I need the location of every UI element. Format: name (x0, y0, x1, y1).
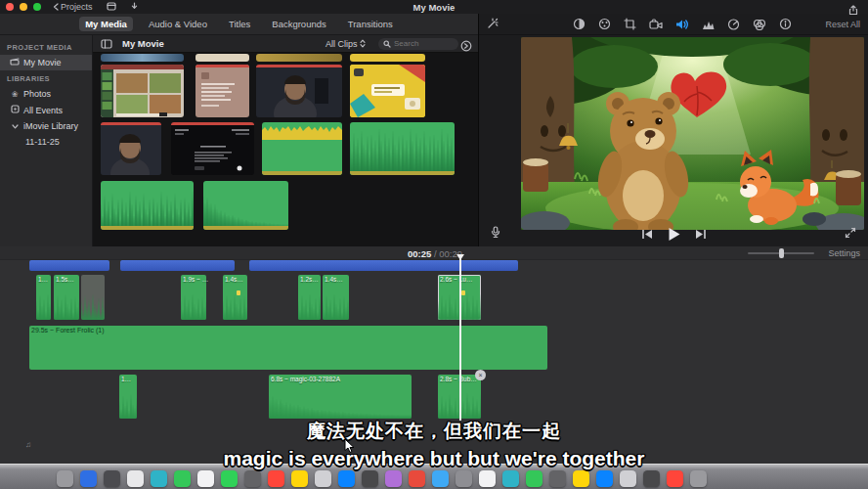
dock-app-icon[interactable] (643, 470, 660, 487)
enhance-wand-icon[interactable] (487, 16, 499, 33)
media-thumbnail-webcam[interactable] (256, 65, 342, 117)
imovie-window: Projects My Movie My Media Audio & Video… (0, 0, 868, 489)
sound-effect-clip[interactable]: 6.8s ~ magic-03-27882A (269, 375, 412, 419)
previous-frame-button[interactable] (641, 229, 653, 240)
dock-app-icon[interactable] (244, 470, 261, 487)
dock-app-icon[interactable] (104, 470, 120, 487)
media-thumbnail-app-screenshot[interactable] (101, 65, 184, 117)
media-thumbnail-partial[interactable] (256, 54, 342, 62)
workspace: My Media Audio & Video Titles Background… (0, 14, 868, 246)
filters-icon[interactable] (753, 19, 766, 30)
clip-label: 1.9s ~ … (183, 276, 208, 283)
audio-clip[interactable]: 1.9s ~ … (181, 275, 206, 320)
search-input[interactable] (394, 39, 453, 48)
tab-my-media[interactable]: My Media (79, 17, 133, 31)
audio-clip[interactable]: 1.2s… (298, 275, 321, 320)
media-thumbnail-partial[interactable] (195, 54, 249, 62)
search-field[interactable] (378, 38, 458, 50)
audio-clip[interactable]: 1.4s… (323, 275, 349, 320)
dock-app-icon[interactable] (57, 470, 73, 487)
sidebar-toggle-icon[interactable] (101, 35, 112, 53)
clip-badge-icon[interactable]: × (475, 370, 486, 380)
dock-app-icon[interactable] (362, 470, 378, 487)
stabilization-icon[interactable] (649, 19, 663, 30)
dock-app-icon[interactable] (291, 470, 308, 487)
audio-clip[interactable]: 1.4s… (223, 275, 247, 320)
dock-app-icon[interactable] (80, 470, 97, 487)
dock-app-icon[interactable] (502, 470, 519, 487)
share-icon[interactable] (848, 2, 858, 20)
dock-app-icon[interactable] (409, 470, 425, 487)
clip-label: 1… (38, 276, 48, 283)
tab-audio-video[interactable]: Audio & Video (143, 17, 213, 31)
dock-app-icon[interactable] (549, 470, 566, 487)
sidebar-item-all-events[interactable]: All Events (0, 102, 92, 118)
clip-settings-icon[interactable] (460, 38, 472, 56)
audio-clip[interactable] (81, 275, 105, 320)
dock-app-icon[interactable] (385, 470, 402, 487)
fullscreen-icon[interactable] (845, 225, 856, 243)
dock-app-icon[interactable] (221, 470, 238, 487)
media-thumbnail-audio[interactable] (203, 181, 288, 230)
media-thumbnail-website[interactable] (350, 65, 425, 117)
dock-app-icon[interactable] (667, 470, 683, 487)
dock-app-icon[interactable] (338, 470, 355, 487)
audio-clip[interactable]: 1… (36, 275, 51, 320)
photos-icon: ❀ (10, 90, 20, 99)
noise-reduction-icon[interactable] (702, 19, 715, 30)
dock-app-icon[interactable] (620, 470, 636, 487)
video-clip-segment[interactable] (249, 260, 518, 271)
dock-app-icon[interactable] (479, 470, 496, 487)
dock-app-icon[interactable] (315, 470, 331, 487)
dock-app-icon[interactable] (456, 470, 472, 487)
clip-label: 2.6s ~ Lu… (440, 276, 472, 283)
sidebar-item-imovie-library[interactable]: iMovie Library (0, 118, 92, 134)
dock-app-icon[interactable] (432, 470, 449, 487)
dock-app-icon[interactable] (197, 470, 214, 487)
tab-titles[interactable]: Titles (223, 17, 256, 31)
media-thumbnail-terminal[interactable] (171, 122, 254, 175)
speed-icon[interactable] (727, 18, 740, 30)
color-palette-icon[interactable] (598, 18, 611, 30)
audio-skimming-icon: ♫ (25, 440, 31, 449)
dock-app-icon[interactable] (268, 470, 284, 487)
sidebar-item-photos[interactable]: ❀ Photos (0, 86, 92, 102)
dock-app-icon[interactable] (690, 470, 707, 487)
sidebar-item-my-movie[interactable]: My Movie (0, 55, 92, 70)
media-thumbnail-audio[interactable] (350, 122, 455, 175)
dock-app-icon[interactable] (526, 470, 542, 487)
media-thumbnail-webcam[interactable] (101, 122, 161, 175)
dock-app-icon[interactable] (174, 470, 191, 487)
color-balance-icon[interactable] (573, 18, 586, 30)
media-thumbnail-audio[interactable] (262, 122, 342, 175)
dock-app-icon[interactable] (151, 470, 167, 487)
dock-app-icon[interactable] (596, 470, 613, 487)
sidebar-item-event-11-11-25[interactable]: 11-11-25 (0, 134, 92, 150)
media-thumbnail-document[interactable] (195, 65, 249, 117)
tab-backgrounds[interactable]: Backgrounds (266, 17, 331, 31)
chevron-down-icon (10, 122, 20, 131)
preview-video-frame[interactable] (521, 37, 864, 230)
media-thumbnail-partial[interactable] (101, 54, 184, 62)
volume-icon[interactable] (675, 19, 689, 30)
next-frame-button[interactable] (695, 229, 707, 240)
play-button[interactable] (667, 227, 681, 242)
crop-icon[interactable] (624, 18, 636, 30)
reset-all-button[interactable]: Reset All (825, 20, 860, 29)
video-clip-segment[interactable] (120, 260, 235, 271)
clip-label: 1.4s… (325, 276, 343, 283)
sound-effect-clip[interactable]: 1… (119, 375, 137, 419)
audio-clip[interactable]: 1.5s… (54, 275, 79, 320)
dock-app-icon[interactable] (127, 470, 144, 487)
video-clip-segment[interactable] (29, 260, 109, 271)
music-clip[interactable]: 29.5s ~ Forest Frolic (1) (29, 326, 547, 370)
dock-app-icon[interactable] (573, 470, 589, 487)
clip-filter-dropdown[interactable]: All Clips (326, 39, 366, 49)
media-thumbnail-partial[interactable] (350, 54, 425, 62)
tab-transitions[interactable]: Transitions (342, 17, 399, 31)
info-icon[interactable] (779, 18, 792, 30)
media-thumbnail-audio[interactable] (101, 181, 194, 230)
playhead-line[interactable] (459, 256, 461, 421)
media-tab-bar: My Media Audio & Video Titles Background… (0, 14, 478, 35)
clapperboard-icon (10, 58, 20, 67)
